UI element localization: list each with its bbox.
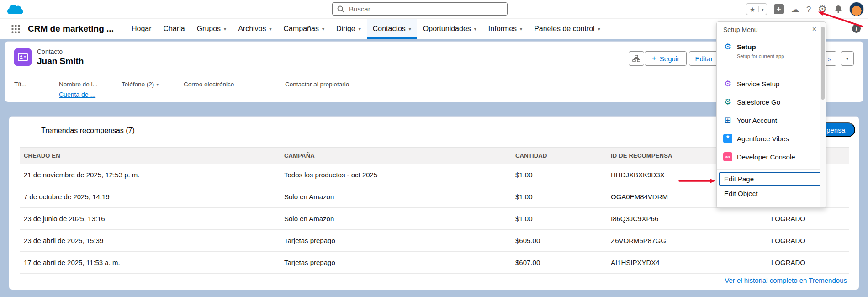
nav-tab-label: Informes — [488, 25, 517, 33]
setup-menu-title: Setup Menu — [723, 26, 758, 33]
table-cell: $1.00 — [512, 186, 607, 208]
table-cell: Solo en Amazon — [281, 208, 512, 230]
close-icon[interactable]: × — [812, 25, 816, 33]
setup-menu-item-label: Agentforce Vibes — [737, 135, 789, 143]
view-full-history-link[interactable]: Ver el historial completo en Tremendous — [725, 276, 847, 284]
nav-tab-label: Hogar — [132, 25, 152, 33]
more-actions-dropdown-button[interactable]: ▾ — [841, 51, 854, 66]
view-hierarchy-button[interactable] — [629, 51, 644, 66]
table-row: 23 de abril de 2025, 15:39Tarjetas prepa… — [20, 230, 849, 252]
user-avatar[interactable] — [850, 2, 863, 16]
setup-menu-item-label: Service Setup — [737, 80, 779, 88]
nav-tab-hogar[interactable]: Hogar — [126, 19, 158, 39]
nav-tab-grupos[interactable]: Grupos▾ — [191, 19, 233, 39]
nav-tab-informes[interactable]: Informes▾ — [482, 19, 528, 39]
chevron-down-icon: ▾ — [409, 27, 411, 32]
contact-field-nombre-de-l: Nombre de l...Cuenta de ... — [59, 81, 122, 99]
chevron-down-icon: ▾ — [224, 27, 226, 32]
scrollbar-track[interactable] — [820, 22, 826, 207]
setup-menu-item-service-setup[interactable]: ⚙Service Setup — [717, 74, 826, 93]
chevron-down-icon: ▾ — [474, 27, 476, 32]
table-row: 23 de junio de 2025, 13:16Solo en Amazon… — [20, 208, 849, 230]
nav-tab-archivos[interactable]: Archivos▾ — [232, 19, 277, 39]
table-cell: $605.00 — [512, 230, 607, 252]
hierarchy-icon — [632, 55, 640, 62]
contact-field-tel-fono-2: Teléfono (2)▾ — [122, 81, 184, 99]
chevron-down-icon[interactable]: ▾ — [156, 82, 159, 87]
column-header-campa-a[interactable]: CAMPAÑA — [281, 148, 512, 164]
nav-tab-paneles-de-control[interactable]: Paneles de control▾ — [528, 19, 606, 39]
setup-menu-item-salesforce-go[interactable]: ⚙Salesforce Go — [717, 93, 826, 111]
setup-menu-item-edit-object[interactable]: Edit Object — [717, 186, 826, 201]
follow-button[interactable]: + Seguir — [645, 51, 687, 66]
building-grid-icon: ⊞ — [723, 116, 732, 124]
star-icon[interactable]: ★ — [749, 6, 755, 13]
nav-tab-label: Charla — [164, 25, 185, 33]
field-label-row: Tít... — [14, 81, 55, 88]
table-cell: $607.00 — [512, 252, 607, 274]
table-cell: Todos los productos - oct 2025 — [281, 164, 512, 186]
field-label-row: Contactar al propietario — [285, 81, 349, 88]
help-icon[interactable]: ? — [806, 5, 811, 14]
nav-tab-label: Dirige — [336, 25, 355, 33]
nav-info-icon[interactable]: i — [852, 24, 861, 33]
nav-tab-label: Oportunidades — [423, 25, 471, 33]
field-value-link[interactable]: Cuenta de ... — [59, 91, 95, 98]
global-search — [332, 2, 508, 16]
nav-tab-label: Archivos — [238, 25, 266, 33]
field-label: Contactar al propietario — [285, 81, 349, 88]
chevron-down-icon: ▾ — [270, 27, 272, 32]
chevron-down-icon: ▾ — [322, 27, 324, 32]
chevron-down-icon[interactable]: ▾ — [762, 7, 764, 12]
header-actions: ★ ▾ + ☁ ? ⚙ — [746, 0, 863, 18]
plus-icon: + — [652, 54, 656, 63]
quick-create-icon[interactable]: + — [774, 4, 784, 14]
gear-icon: ⚙ — [723, 98, 732, 106]
setup-menu-item-your-account[interactable]: ⊞Your Account — [717, 111, 826, 129]
table-cell: $1.00 — [512, 208, 607, 230]
nav-tab-oportunidades[interactable]: Oportunidades▾ — [417, 19, 482, 39]
nav-tab-list: HogarCharlaGrupos▾Archivos▾Campañas▾Diri… — [126, 19, 606, 39]
table-row: 17 de abril de 2025, 11:53 a. m.Tarjetas… — [20, 252, 849, 274]
chevron-down-icon: ▾ — [520, 27, 522, 32]
table-cell: 17 de abril de 2025, 11:53 a. m. — [20, 252, 281, 274]
setup-menu-primary: ⚙ Setup Setup for current app — [717, 37, 826, 64]
gear-icon: ⚙ — [723, 42, 732, 51]
search-icon — [337, 5, 344, 13]
upload-cloud-icon[interactable]: ☁ — [791, 5, 799, 14]
search-input[interactable] — [348, 5, 503, 13]
edit-button[interactable]: Editar — [689, 51, 719, 66]
divider — [717, 169, 826, 170]
setup-menu-item-label: Your Account — [737, 117, 777, 124]
table-cell: AI1HSIPXYDX4 — [607, 252, 767, 274]
nav-tab-contactos[interactable]: Contactos▾ — [367, 19, 417, 39]
setup-label: Setup — [737, 43, 756, 51]
field-label: Nombre de l... — [59, 81, 98, 88]
notifications-bell-icon[interactable] — [834, 5, 843, 14]
entity-type-label: Contacto — [37, 48, 84, 55]
contact-name: Juan Smith — [37, 56, 84, 66]
table-cell: 23 de abril de 2025, 15:39 — [20, 230, 281, 252]
table-cell: $1.00 — [512, 164, 607, 186]
setup-menu-item-developer-console[interactable]: </>Developer Console — [717, 148, 826, 166]
table-cell: Solo en Amazon — [281, 186, 512, 208]
setup-menu-item-label: Salesforce Go — [737, 98, 780, 106]
app-launcher-icon[interactable] — [11, 24, 21, 34]
table-cell: LOGRADO — [767, 208, 849, 230]
scrollbar-thumb[interactable] — [821, 27, 825, 100]
table-cell: 7 de octubre de 2025, 14:19 — [20, 186, 281, 208]
favorites-control[interactable]: ★ ▾ — [746, 3, 767, 15]
nav-tab-charla[interactable]: Charla — [158, 19, 191, 39]
setup-gear-icon[interactable]: ⚙ — [818, 4, 827, 14]
setup-menu-item-agentforce-vibes[interactable]: *Agentforce Vibes — [717, 129, 826, 148]
nav-tab-campa-as[interactable]: Campañas▾ — [278, 19, 330, 39]
edit-button-label: Editar — [695, 55, 713, 63]
agentforce-app-icon: * — [723, 134, 732, 143]
setup-menu-item-setup[interactable]: ⚙ Setup — [723, 42, 819, 52]
setup-menu-item-edit-page[interactable]: Edit Page — [719, 172, 823, 186]
column-header-cantidad[interactable]: CANTIDAD — [512, 148, 607, 164]
column-header-creado-en[interactable]: CREADO EN — [20, 148, 281, 164]
app-name: CRM de marketing ... — [28, 24, 114, 34]
table-cell: LOGRADO — [767, 230, 849, 252]
nav-tab-dirige[interactable]: Dirige▾ — [330, 19, 367, 39]
